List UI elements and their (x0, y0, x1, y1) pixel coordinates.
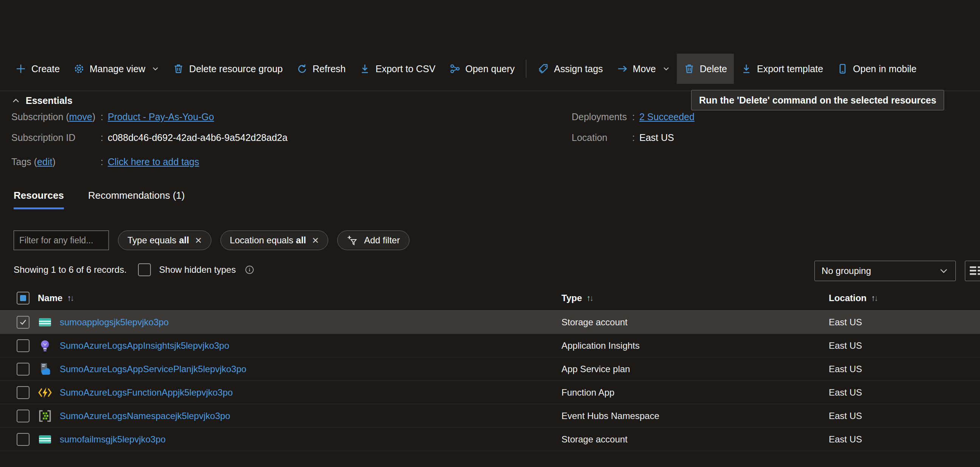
application-insights-icon (38, 338, 52, 353)
resource-name-link[interactable]: SumoAzureLogsFunctionAppjk5lepvjko3po (60, 387, 233, 398)
storage-account-icon (38, 315, 52, 329)
chevron-down-icon (662, 65, 670, 73)
subscription-id-value: c088dc46-d692-42ad-a4b6-9a542d28ad2a (108, 132, 287, 143)
row-checkbox[interactable] (17, 433, 30, 446)
close-icon[interactable]: × (312, 235, 319, 246)
type-column-header[interactable]: Type ↑↓ (562, 293, 829, 303)
filter-input[interactable] (14, 230, 109, 250)
delete-label: Delete (700, 64, 727, 75)
name-column-header[interactable]: Name ↑↓ (38, 293, 73, 303)
row-checkbox[interactable] (17, 339, 30, 352)
records-summary: Showing 1 to 6 of 6 records. (14, 264, 127, 275)
type-filter-text: Type equalsall (127, 235, 189, 246)
delete-resource-group-label: Delete resource group (189, 64, 282, 75)
refresh-label: Refresh (313, 64, 346, 75)
list-view-icon (970, 265, 980, 277)
resource-name-link[interactable]: SumoAzureLogsAppServicePlanjk5lepvjko3po (60, 364, 247, 375)
toolbar-divider (526, 60, 526, 78)
add-tags-link[interactable]: Click here to add tags (108, 156, 199, 167)
colon: : (100, 111, 103, 122)
show-hidden-types-checkbox[interactable] (138, 263, 151, 276)
manage-view-button[interactable]: Manage view (67, 54, 166, 84)
row-checkbox[interactable] (17, 410, 30, 423)
tags-row: Tags (edit) : Click here to add tags (11, 156, 199, 167)
filter-bar: Type equalsall × Location equalsall × Ad… (14, 230, 409, 250)
refresh-button[interactable]: Refresh (290, 54, 353, 84)
resource-location: East US (829, 364, 980, 375)
colon: : (632, 132, 635, 143)
table-row[interactable]: SumoAzureLogsAppServicePlanjk5lepvjko3po… (0, 357, 980, 381)
grouping-dropdown[interactable]: No grouping (815, 261, 956, 281)
row-checkbox[interactable] (17, 386, 30, 399)
table-row[interactable]: SumoAzureLogsNamespacejk5lepvjko3po Even… (0, 404, 980, 428)
move-link[interactable]: move (69, 111, 92, 122)
subscription-id-label: Subscription ID (11, 132, 97, 143)
close-icon[interactable]: × (195, 235, 202, 246)
tab-resources[interactable]: Resources (14, 190, 64, 209)
type-filter-pill[interactable]: Type equalsall × (118, 230, 212, 250)
create-label: Create (31, 64, 60, 75)
resource-name-link[interactable]: sumoapplogsjk5lepvjko3po (60, 317, 169, 327)
resource-type: Function App (562, 387, 829, 398)
row-checkbox[interactable] (17, 363, 30, 376)
delete-resource-group-button[interactable]: Delete resource group (166, 54, 289, 84)
tags-label: Tags (edit) (11, 156, 97, 167)
list-view-button[interactable] (965, 261, 980, 281)
subscription-link[interactable]: Product - Pay-As-You-Go (108, 111, 214, 122)
subscription-row: Subscription (move) : Product - Pay-As-Y… (11, 111, 214, 122)
add-filter-icon (347, 235, 358, 246)
sort-icon: ↑↓ (871, 293, 877, 303)
assign-tags-button[interactable]: Assign tags (531, 54, 609, 84)
create-button[interactable]: Create (8, 54, 67, 84)
sort-icon: ↑↓ (586, 293, 592, 303)
move-label: Move (633, 64, 656, 75)
location-filter-pill[interactable]: Location equalsall × (220, 230, 328, 250)
show-hidden-types-label: Show hidden types (159, 264, 236, 275)
table-header: Name ↑↓ Type ↑↓ Location ↑↓ (0, 286, 980, 311)
open-query-button[interactable]: Open query (442, 54, 522, 84)
table-row[interactable]: SumoAzureLogsAppInsightsjk5lepvjko3po Ap… (0, 334, 980, 357)
open-in-mobile-button[interactable]: Open in mobile (830, 54, 923, 84)
location-label: Location (572, 132, 629, 143)
table-row[interactable]: sumoapplogsjk5lepvjko3po Storage account… (0, 311, 980, 334)
info-icon[interactable] (244, 264, 255, 275)
export-template-label: Export template (757, 64, 823, 75)
row-checkbox-checked[interactable] (17, 316, 30, 329)
add-filter-button[interactable]: Add filter (337, 230, 409, 250)
resource-name-link[interactable]: SumoAzureLogsAppInsightsjk5lepvjko3po (60, 340, 229, 351)
storage-account-icon (38, 432, 52, 446)
tab-bar: Resources Recommendations (1) (14, 190, 185, 209)
delete-button[interactable]: Delete (677, 54, 734, 84)
add-filter-label: Add filter (364, 235, 400, 246)
tab-recommendations[interactable]: Recommendations (1) (88, 190, 185, 209)
export-to-csv-button[interactable]: Export to CSV (352, 54, 442, 84)
location-value: East US (640, 132, 674, 143)
select-all-checkbox[interactable] (17, 292, 30, 305)
grouping-value: No grouping (822, 265, 871, 276)
table-row[interactable]: sumofailmsgjk5lepvjko3po Storage account… (0, 428, 980, 451)
app-service-plan-icon (38, 362, 52, 376)
arrow-right-icon (617, 63, 628, 75)
resource-name-link[interactable]: sumofailmsgjk5lepvjko3po (60, 434, 165, 445)
resource-type: Event Hubs Namespace (562, 411, 829, 421)
edit-tags-link[interactable]: edit (37, 156, 52, 167)
resource-name-link[interactable]: SumoAzureLogsNamespacejk5lepvjko3po (60, 411, 230, 421)
mobile-phone-icon (837, 63, 848, 75)
deployments-link[interactable]: 2 Succeeded (640, 111, 695, 122)
open-query-label: Open query (465, 64, 515, 75)
resource-type: Application Insights (562, 340, 829, 351)
gear-icon (73, 63, 85, 75)
essentials-toggle[interactable]: Essentials (11, 95, 73, 106)
essentials-title: Essentials (26, 95, 73, 106)
trash-icon (684, 63, 695, 75)
trash-icon (173, 63, 184, 75)
table-row[interactable]: SumoAzureLogsFunctionAppjk5lepvjko3po Fu… (0, 381, 980, 404)
move-button[interactable]: Move (610, 54, 677, 84)
open-in-mobile-label: Open in mobile (853, 64, 916, 75)
tags-icon (538, 63, 549, 75)
resource-location: East US (829, 434, 980, 445)
records-bar: Showing 1 to 6 of 6 records. Show hidden… (14, 263, 255, 276)
export-template-button[interactable]: Export template (734, 54, 830, 84)
resource-location: East US (829, 411, 980, 421)
location-column-header[interactable]: Location ↑↓ (829, 293, 980, 303)
